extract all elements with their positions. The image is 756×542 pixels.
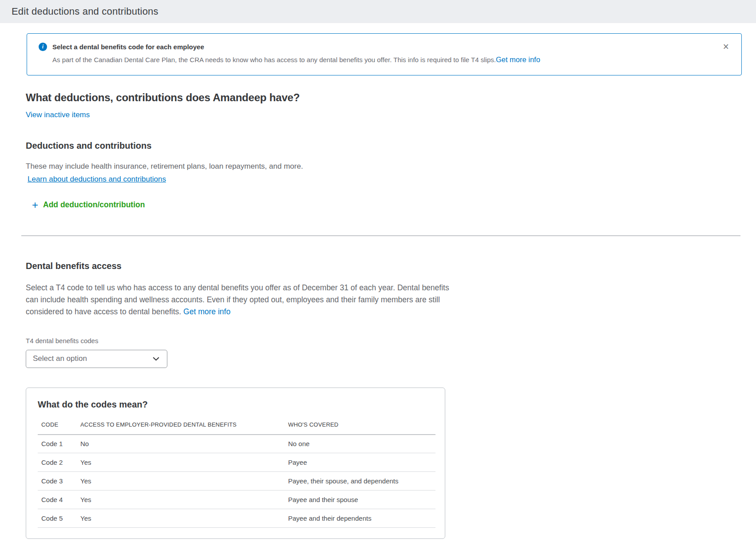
banner-body: As part of the Canadian Dental Care Plan…: [52, 55, 715, 64]
add-deduction-label: Add deduction/contribution: [43, 200, 145, 210]
dental-get-more-info-link[interactable]: Get more info: [183, 307, 230, 316]
table-row: Code 2 Yes Payee: [38, 453, 435, 472]
banner-body-text: As part of the Canadian Dental Care Plan…: [52, 56, 496, 63]
main-content: i Select a dental benefits code for each…: [0, 33, 756, 539]
dental-benefits-section: Dental benefits access Select a T4 code …: [26, 261, 742, 539]
question-heading: What deductions, contributions does Aman…: [26, 91, 742, 104]
cell-code: Code 2: [38, 453, 77, 472]
codes-table: CODE ACCESS TO EMPLOYER-PROVIDED DENTAL …: [38, 421, 435, 528]
page-header: Edit deductions and contributions: [0, 0, 756, 23]
page-title: Edit deductions and contributions: [12, 6, 158, 17]
banner-header: i Select a dental benefits code for each…: [39, 43, 715, 51]
t4-codes-label: T4 dental benefits codes: [26, 337, 742, 344]
cell-covered: No one: [285, 435, 435, 453]
codes-meaning-card: What do the codes mean? CODE ACCESS TO E…: [26, 388, 445, 539]
cell-covered: Payee and their dependents: [285, 509, 435, 528]
cell-covered: Payee and their spouse: [285, 491, 435, 509]
t4-codes-field: T4 dental benefits codes Select an optio…: [26, 337, 742, 368]
codes-card-heading: What do the codes mean?: [38, 400, 434, 410]
cell-covered: Payee: [285, 453, 435, 472]
column-header-code: CODE: [38, 421, 77, 435]
view-inactive-items-link[interactable]: View inactive items: [26, 111, 90, 119]
dental-heading: Dental benefits access: [26, 261, 742, 271]
deductions-heading: Deductions and contributions: [26, 141, 742, 151]
dental-description-text: Select a T4 code to tell us who has acce…: [26, 283, 449, 316]
column-header-access: ACCESS TO EMPLOYER-PROVIDED DENTAL BENEF…: [77, 421, 285, 435]
cell-access: Yes: [77, 491, 285, 509]
plus-icon: +: [32, 200, 38, 210]
column-header-covered: WHO'S COVERED: [285, 421, 435, 435]
codes-table-header-row: CODE ACCESS TO EMPLOYER-PROVIDED DENTAL …: [38, 421, 435, 435]
t4-codes-select-value: Select an option: [33, 354, 87, 363]
table-row: Code 1 No No one: [38, 435, 435, 453]
dental-info-banner: i Select a dental benefits code for each…: [27, 33, 742, 75]
banner-get-more-info-link[interactable]: Get more info: [496, 55, 540, 63]
table-row: Code 3 Yes Payee, their spouse, and depe…: [38, 472, 435, 491]
cell-access: Yes: [77, 472, 285, 491]
deductions-section: Deductions and contributions These may i…: [26, 141, 742, 210]
learn-about-deductions-link[interactable]: Learn about deductions and contributions: [28, 175, 166, 184]
dental-description: Select a T4 code to tell us who has acce…: [26, 282, 450, 318]
cell-covered: Payee, their spouse, and dependents: [285, 472, 435, 491]
info-icon: i: [39, 43, 47, 51]
cell-access: Yes: [77, 509, 285, 528]
cell-code: Code 4: [38, 491, 77, 509]
banner-title: Select a dental benefits code for each e…: [52, 43, 204, 51]
deductions-description: These may include health insurance, reti…: [26, 161, 742, 172]
table-row: Code 4 Yes Payee and their spouse: [38, 491, 435, 509]
cell-code: Code 5: [38, 509, 77, 528]
cell-access: Yes: [77, 453, 285, 472]
table-row: Code 5 Yes Payee and their dependents: [38, 509, 435, 528]
cell-code: Code 1: [38, 435, 77, 453]
add-deduction-button[interactable]: + Add deduction/contribution: [26, 200, 145, 210]
chevron-down-icon: [152, 355, 160, 363]
cell-code: Code 3: [38, 472, 77, 491]
cell-access: No: [77, 435, 285, 453]
t4-codes-select[interactable]: Select an option: [26, 350, 167, 368]
close-icon[interactable]: ×: [723, 42, 729, 52]
section-divider: [21, 235, 740, 236]
